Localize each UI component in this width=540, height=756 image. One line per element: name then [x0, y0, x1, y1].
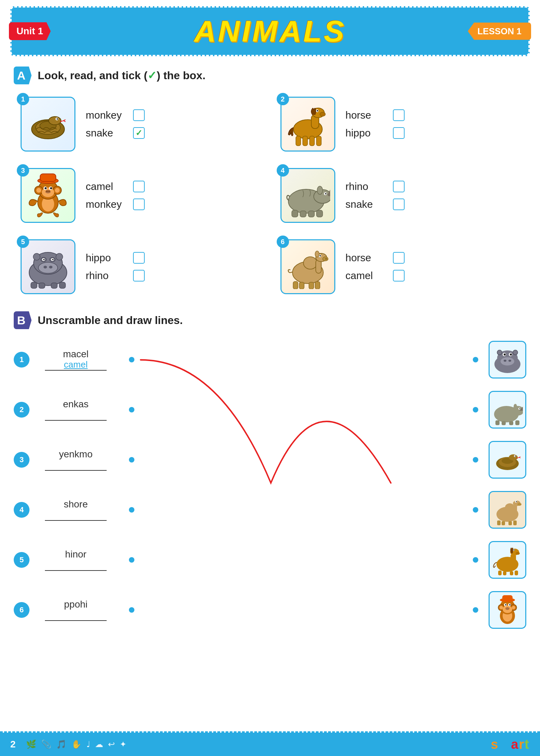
row-number-3: 3 [14, 452, 29, 468]
choice-5-hippo: hippo [86, 252, 145, 264]
svg-point-51 [49, 266, 52, 268]
svg-point-42 [317, 186, 323, 194]
word-column-4: shore [36, 499, 115, 521]
checkbox-snake-4[interactable] [393, 199, 405, 210]
svg-rect-99 [509, 421, 513, 425]
music2-icon: ♩ [86, 740, 90, 749]
smart-t: t [525, 737, 530, 752]
page-header: Unit 1 ANIMALS LESSON 1 [10, 6, 530, 56]
section-b-instruction: Unscramble and draw lines. [38, 314, 183, 327]
svg-rect-77 [299, 282, 304, 289]
dot-right-6 [473, 607, 478, 613]
scrambled-1: macel [36, 349, 115, 360]
thumb-3 [489, 441, 526, 479]
animal-image-1: 1 [21, 97, 75, 152]
checkbox-hippo-2[interactable] [393, 127, 405, 139]
checkbox-snake-1[interactable] [133, 127, 145, 139]
choice-label: camel [346, 270, 387, 281]
svg-point-114 [517, 503, 521, 506]
checkbox-camel-6[interactable] [393, 270, 405, 281]
animal-image-6: 6 [280, 239, 335, 294]
choice-1-snake: snake [86, 127, 145, 139]
svg-point-30 [50, 187, 52, 189]
checkbox-rhino-4[interactable] [393, 181, 405, 192]
answer-line-3[interactable] [45, 460, 107, 471]
svg-rect-17 [310, 136, 314, 146]
dot-right-2 [473, 407, 478, 412]
choice-2-horse: horse [346, 109, 405, 121]
dot-left-4 [129, 507, 134, 513]
svg-point-25 [55, 188, 60, 193]
svg-point-89 [497, 350, 502, 355]
answer-line-1[interactable]: camel [45, 360, 107, 371]
svg-point-126 [514, 550, 515, 551]
word-column-6: ppohi [36, 599, 115, 621]
choice-label: monkey [86, 109, 127, 121]
page-number: 2 [10, 739, 16, 750]
checkbox-horse-6[interactable] [393, 252, 405, 264]
choice-6-camel: camel [346, 270, 405, 281]
checkbox-horse-2[interactable] [393, 109, 405, 121]
animal-item-1: 1 [21, 92, 260, 156]
checkbox-monkey-1[interactable] [133, 109, 145, 121]
choice-label: camel [86, 181, 127, 192]
scrambled-3: yenkmo [36, 449, 115, 460]
unit-badge: Unit 1 [9, 22, 51, 40]
choice-5-rhino: rhino [86, 270, 145, 281]
number-badge-3: 3 [17, 164, 29, 177]
choice-label: hippo [86, 252, 127, 264]
choices-3: camel monkey [86, 181, 145, 210]
row-number-5: 5 [14, 552, 29, 568]
svg-rect-98 [502, 421, 506, 425]
smart-logo: smart [491, 737, 530, 752]
section-a-letter: A [14, 67, 32, 84]
section-a-instruction: Look, read, and tick (✓) the box. [38, 69, 205, 82]
dot-left-1 [129, 357, 134, 362]
star-icon: ✦ [120, 740, 127, 749]
choice-label: snake [86, 127, 127, 139]
snake-illustration [26, 102, 70, 146]
horse-illustration [286, 102, 330, 146]
svg-point-106 [515, 456, 516, 457]
animal-item-6: 6 [280, 235, 520, 299]
animal-image-3: 3 [21, 168, 75, 223]
check-symbol: ✓ [147, 69, 157, 82]
checkbox-rhino-5[interactable] [133, 270, 145, 281]
svg-line-109 [519, 457, 520, 458]
svg-point-49 [38, 262, 58, 273]
svg-point-111 [505, 503, 515, 512]
number-badge-1: 1 [17, 93, 29, 105]
row-number-4: 4 [14, 502, 29, 518]
answer-line-4[interactable] [45, 511, 107, 521]
choices-5: hippo rhino [86, 252, 145, 281]
thumb-1 [489, 341, 526, 379]
svg-rect-45 [308, 211, 314, 217]
svg-point-86 [504, 353, 506, 356]
svg-point-59 [56, 253, 63, 260]
unscramble-row-6: 6 ppohi [14, 585, 526, 635]
svg-point-32 [46, 191, 48, 192]
svg-point-58 [33, 253, 40, 260]
checkbox-hippo-5[interactable] [133, 252, 145, 264]
svg-rect-128 [503, 571, 506, 575]
answer-line-5[interactable] [45, 561, 107, 571]
answer-line-2[interactable] [45, 410, 107, 421]
svg-point-3 [49, 117, 61, 125]
svg-point-82 [501, 357, 514, 365]
number-badge-4: 4 [277, 164, 289, 177]
svg-rect-117 [497, 520, 501, 525]
choices-1: monkey snake [86, 109, 145, 139]
checkbox-monkey-3[interactable] [133, 199, 145, 210]
choice-3-monkey: monkey [86, 199, 145, 210]
answer-line-6[interactable] [45, 611, 107, 621]
back-icon: ↩ [108, 740, 115, 749]
thumb-6 [489, 591, 526, 629]
checkbox-camel-3[interactable] [133, 181, 145, 192]
svg-point-88 [510, 353, 512, 356]
svg-point-33 [48, 191, 50, 192]
choice-label: monkey [86, 199, 127, 210]
svg-point-90 [513, 350, 518, 355]
svg-point-104 [509, 454, 518, 460]
svg-point-142 [509, 604, 511, 605]
scrambled-5: hinor [36, 549, 115, 560]
